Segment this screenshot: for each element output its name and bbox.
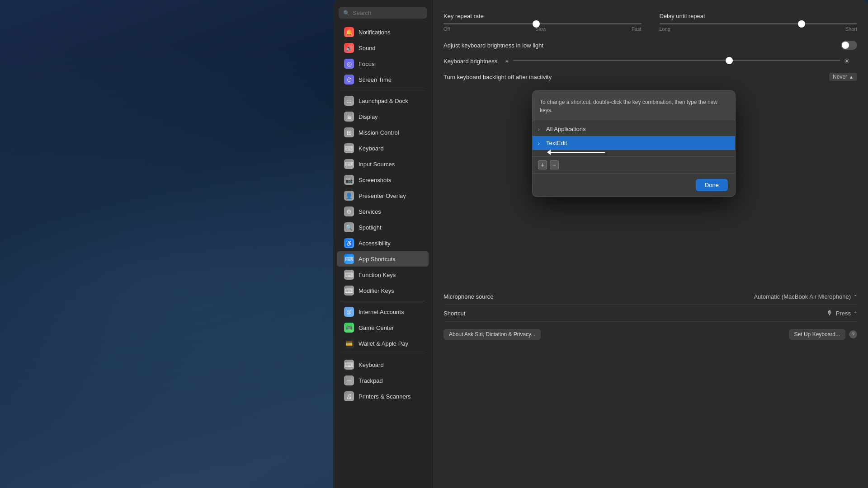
sidebar-item-keyboard2[interactable]: ⌨ Keyboard (337, 357, 429, 372)
mic-icon: 🎙 (827, 310, 833, 317)
sidebar-label-keyboard: Keyboard (359, 145, 384, 152)
setup-keyboard-button[interactable]: Set Up Keyboard... (789, 329, 845, 340)
search-input[interactable] (353, 9, 422, 16)
sidebar-item-screentime[interactable]: ⏱ Screen Time (337, 72, 429, 87)
sidebar-label-keyboard2: Keyboard (359, 361, 384, 368)
sidebar-item-game-center[interactable]: 🎮 Game Center (337, 320, 429, 335)
microphone-source-dropdown[interactable]: Automatic (MacBook Air Microphone) ⌃ (754, 293, 857, 300)
keyboard-icon: ⌨ (344, 143, 354, 153)
sidebar: 🔍 🔔 Notifications 🔊 Sound ◎ Focus ⏱ Scre… (333, 0, 433, 488)
sidebar-item-display[interactable]: 🖥 Display (337, 109, 429, 124)
kb-brightness-slider[interactable] (513, 60, 840, 61)
arrow-row (533, 150, 735, 155)
done-button[interactable]: Done (696, 179, 728, 191)
all-apps-chevron-icon: › (538, 127, 543, 132)
key-repeat-thumb[interactable] (533, 20, 540, 28)
bottom-actions-row: About Ask Siri, Dictation & Privacy... S… (443, 329, 857, 340)
key-repeat-fast-label: Fast (632, 26, 641, 32)
sidebar-item-sound[interactable]: 🔊 Sound (337, 40, 429, 56)
sidebar-label-app-shortcuts: App Shortcuts (359, 256, 396, 263)
kb-brightness-label: Keyboard brightness (443, 58, 497, 65)
input-sources-icon: ⌨ (344, 159, 354, 169)
accessibility-icon: ♿ (344, 238, 354, 248)
never-dropdown[interactable]: Never ▲ (829, 73, 857, 81)
help-icon[interactable]: ? (849, 330, 857, 338)
game-center-icon: 🎮 (344, 323, 354, 333)
search-bar[interactable]: 🔍 (339, 7, 427, 19)
sidebar-label-wallet: Wallet & Apple Pay (359, 340, 408, 347)
add-shortcut-button[interactable]: + (538, 160, 547, 169)
about-dictation-button[interactable]: About Ask Siri, Dictation & Privacy... (443, 329, 541, 340)
shortcut-label: Shortcut (443, 310, 465, 317)
trackpad-icon: ▭ (344, 375, 354, 385)
arrow-annotation (551, 152, 605, 153)
sidebar-item-services[interactable]: ⚙ Services (337, 204, 429, 219)
shortcuts-panel-footer: Done (533, 173, 735, 197)
all-applications-row[interactable]: › All Applications (533, 122, 735, 136)
sidebar-item-printers[interactable]: 🖨 Printers & Scanners (337, 389, 429, 404)
sidebar-label-input-sources: Input Sources (359, 161, 395, 168)
key-repeat-slider[interactable] (443, 23, 642, 24)
display-icon: 🖥 (344, 112, 354, 122)
delay-long-label: Long (660, 26, 670, 32)
sidebar-item-input-sources[interactable]: ⌨ Input Sources (337, 156, 429, 172)
textedit-label: TextEdit (546, 140, 567, 146)
microphone-source-row: Microphone source Automatic (MacBook Air… (443, 289, 857, 305)
sidebar-label-spotlight: Spotlight (359, 224, 382, 231)
arrow-head (547, 150, 551, 155)
shortcut-dropdown[interactable]: 🎙 Press ⌃ (827, 310, 857, 317)
delay-thumb[interactable] (798, 20, 805, 28)
sidebar-label-presenter: Presenter Overlay (359, 192, 406, 199)
never-value: Never (833, 74, 847, 80)
kb-brightness-slider-wrap: ☀ ☀ (505, 57, 850, 66)
sidebar-item-mission[interactable]: ⊞ Mission Control (337, 125, 429, 140)
sidebar-list: 🔔 Notifications 🔊 Sound ◎ Focus ⏱ Screen… (333, 22, 432, 488)
sidebar-item-function-keys[interactable]: ⌨ Function Keys (337, 267, 429, 282)
kb-brightness-thumb[interactable] (726, 57, 733, 64)
sidebar-label-notifications: Notifications (359, 29, 391, 36)
sidebar-label-modifier-keys: Modifier Keys (359, 287, 394, 294)
sidebar-item-presenter[interactable]: 👤 Presenter Overlay (337, 188, 429, 203)
delay-repeat-wrap: Delay until repeat Long Short (660, 13, 858, 32)
turn-off-label: Turn keyboard backlight off after inacti… (443, 74, 552, 80)
sidebar-item-modifier-keys[interactable]: ⌨ Modifier Keys (337, 283, 429, 298)
screentime-icon: ⏱ (344, 75, 354, 84)
sidebar-label-game-center: Game Center (359, 324, 394, 331)
remove-shortcut-button[interactable]: − (550, 160, 559, 169)
sidebar-item-notifications[interactable]: 🔔 Notifications (337, 24, 429, 40)
key-repeat-section: Key repeat rate Off Slow Fast Delay unti… (443, 9, 857, 32)
sidebar-item-launchpad[interactable]: ⚏ Launchpad & Dock (337, 93, 429, 108)
sidebar-label-launchpad: Launchpad & Dock (359, 98, 408, 104)
keyboard-brightness-row: Keyboard brightness ☀ ☀ (443, 57, 857, 66)
sidebar-item-internet-accounts[interactable]: @ Internet Accounts (337, 304, 429, 319)
sidebar-divider-3 (340, 354, 425, 354)
sidebar-item-trackpad[interactable]: ▭ Trackpad (337, 373, 429, 388)
sidebar-item-screenshots[interactable]: 📷 Screenshots (337, 172, 429, 188)
main-content: Key repeat rate Off Slow Fast Delay unti… (433, 0, 868, 488)
key-repeat-labels: Off Slow Fast (443, 26, 642, 32)
sidebar-item-focus[interactable]: ◎ Focus (337, 56, 429, 71)
shortcut-chevron-icon: ⌃ (854, 311, 857, 316)
sidebar-item-keyboard[interactable]: ⌨ Keyboard (337, 141, 429, 156)
key-repeat-rate-wrap: Key repeat rate Off Slow Fast (443, 13, 642, 32)
sidebar-item-accessibility[interactable]: ♿ Accessibility (337, 235, 429, 251)
sidebar-label-screentime: Screen Time (359, 76, 392, 83)
microphone-source-value: Automatic (MacBook Air Microphone) (754, 293, 851, 300)
launchpad-icon: ⚏ (344, 96, 354, 106)
delay-slider[interactable] (660, 23, 858, 24)
sidebar-label-screenshots: Screenshots (359, 177, 391, 183)
bottom-settings: Microphone source Automatic (MacBook Air… (443, 289, 857, 340)
sidebar-item-spotlight[interactable]: 🔍 Spotlight (337, 220, 429, 235)
presenter-icon: 👤 (344, 191, 354, 201)
sidebar-divider-1 (340, 90, 425, 90)
brightness-low-icon: ☀ (505, 58, 509, 65)
sidebar-item-wallet[interactable]: 💳 Wallet & Apple Pay (337, 336, 429, 351)
shortcuts-panel: To change a shortcut, double-click the k… (532, 90, 736, 197)
brightness-toggle[interactable] (841, 41, 857, 50)
sidebar-item-app-shortcuts[interactable]: ⌨ App Shortcuts (337, 251, 429, 267)
textedit-row[interactable]: › TextEdit (533, 136, 735, 150)
brightness-high-icon: ☀ (844, 57, 850, 66)
chevron-up-icon: ▲ (849, 75, 854, 80)
search-icon: 🔍 (343, 10, 350, 16)
delay-short-label: Short (845, 26, 857, 32)
